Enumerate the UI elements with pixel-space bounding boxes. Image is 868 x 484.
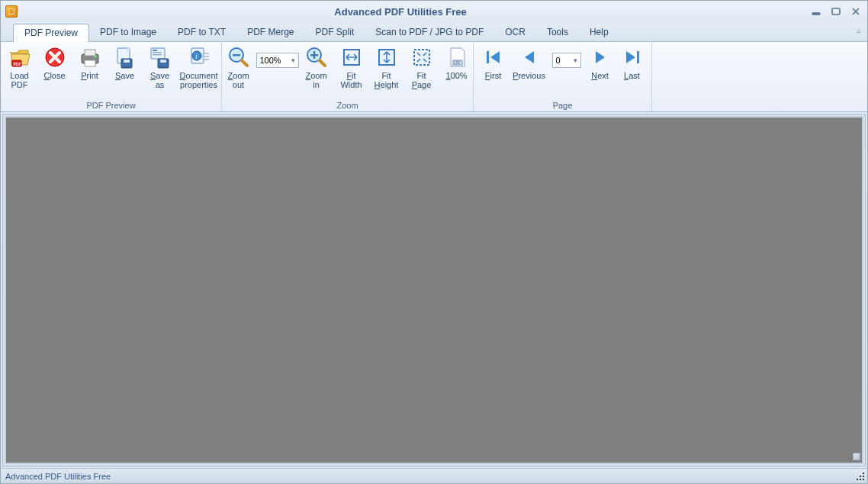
doc-props-label: Document bbox=[179, 71, 217, 80]
fit-height-label1: Fit bbox=[375, 71, 399, 80]
tab-pdf-preview[interactable]: PDF Preview bbox=[13, 24, 89, 42]
tab-pdf-merge[interactable]: PDF Merge bbox=[236, 24, 304, 41]
group-label-zoom: Zoom bbox=[225, 101, 470, 111]
zoom-out-label2: out bbox=[227, 80, 249, 89]
svg-rect-0 bbox=[812, 13, 820, 15]
ribbon-collapse-icon[interactable]: ▵ bbox=[857, 25, 861, 35]
close-button[interactable]: Close bbox=[37, 44, 72, 91]
fit-width-label: Fit bbox=[340, 71, 362, 80]
next-page-button[interactable]: Next bbox=[584, 44, 616, 91]
save-icon bbox=[113, 45, 137, 69]
app-icon bbox=[5, 5, 18, 18]
save-button[interactable]: Save bbox=[108, 44, 143, 91]
tab-help[interactable]: Help bbox=[579, 24, 619, 41]
fit-width-icon bbox=[339, 45, 364, 69]
fit-page-icon bbox=[410, 45, 434, 69]
group-label-page: Page bbox=[477, 101, 648, 111]
scroll-grip-icon bbox=[853, 453, 860, 460]
document-properties-icon: i bbox=[187, 45, 211, 69]
svg-text:PDF: PDF bbox=[13, 62, 21, 66]
svg-rect-11 bbox=[124, 60, 130, 63]
tab-pdf-to-image[interactable]: PDF to Image bbox=[89, 24, 167, 41]
svg-rect-34 bbox=[487, 51, 489, 63]
minimize-button[interactable] bbox=[809, 6, 823, 17]
status-text: Advanced PDF Utilities Free bbox=[5, 472, 111, 481]
load-pdf-label1: Load bbox=[10, 71, 28, 80]
load-pdf-button[interactable]: PDF LoadPDF bbox=[2, 44, 37, 91]
zoom-100-icon: 100 bbox=[445, 45, 469, 69]
previous-page-button[interactable]: Previous bbox=[510, 44, 549, 91]
zoom-out-label: Zoom bbox=[227, 71, 249, 80]
svg-rect-31 bbox=[414, 50, 429, 65]
window-title: Advanced PDF Utilities Free bbox=[0, 6, 809, 18]
document-viewport[interactable] bbox=[5, 116, 863, 464]
page-number-input[interactable]: 0 ▾ bbox=[552, 53, 581, 68]
resize-grip-icon[interactable] bbox=[855, 471, 866, 482]
svg-rect-25 bbox=[233, 54, 240, 56]
chevron-down-icon: ▾ bbox=[574, 56, 577, 64]
maximize-button[interactable] bbox=[829, 6, 843, 17]
zoom-100-button[interactable]: 100 100% bbox=[439, 44, 474, 91]
save-as-icon bbox=[148, 45, 172, 69]
vertical-scrollbar[interactable] bbox=[852, 118, 861, 462]
folder-open-icon: PDF bbox=[8, 45, 32, 69]
save-as-label2: as bbox=[150, 80, 169, 89]
ribbon-group-page: First Previous 0 ▾ bbox=[474, 42, 652, 111]
fit-height-icon bbox=[375, 45, 399, 69]
last-label: Last bbox=[624, 71, 640, 80]
svg-text:i: i bbox=[195, 52, 198, 60]
last-page-button[interactable]: Last bbox=[616, 44, 648, 91]
fit-height-button[interactable]: FitHeight bbox=[369, 44, 404, 91]
tab-tools[interactable]: Tools bbox=[536, 24, 579, 41]
zoom-in-label: Zoom bbox=[305, 71, 326, 80]
svg-rect-13 bbox=[153, 50, 157, 51]
first-label: First bbox=[485, 71, 501, 80]
svg-rect-22 bbox=[202, 56, 209, 57]
first-icon bbox=[481, 45, 506, 69]
svg-rect-28 bbox=[313, 51, 315, 59]
zoom-level-combo[interactable]: 100% ▾ bbox=[256, 53, 299, 68]
fit-page-label1: Fit bbox=[412, 71, 432, 80]
svg-rect-17 bbox=[160, 60, 166, 63]
tab-pdf-split[interactable]: PDF Split bbox=[305, 24, 365, 41]
close-label: Close bbox=[43, 71, 65, 80]
ribbon: PDF LoadPDF Close Print bbox=[1, 42, 867, 112]
print-button[interactable]: Print bbox=[72, 44, 108, 91]
zoom-in-icon bbox=[304, 45, 329, 69]
titlebar: Advanced PDF Utilities Free bbox=[1, 1, 867, 22]
svg-point-39 bbox=[860, 476, 861, 477]
close-window-button[interactable] bbox=[849, 6, 863, 17]
last-icon bbox=[620, 45, 645, 69]
zoom-100-label: 100% bbox=[445, 71, 467, 80]
fit-page-label: Page bbox=[412, 80, 432, 89]
app-window: Advanced PDF Utilities Free ▵ PDF Previe… bbox=[0, 0, 868, 484]
zoom-in-button[interactable]: Zoomin bbox=[299, 44, 334, 91]
doc-props-label2: properties bbox=[179, 80, 217, 89]
printer-icon bbox=[78, 45, 102, 69]
first-page-button[interactable]: First bbox=[477, 44, 510, 91]
tab-scan-to-pdf[interactable]: Scan to PDF / JPG to PDF bbox=[365, 24, 494, 41]
previous-label: Previous bbox=[513, 71, 545, 80]
zoom-out-button[interactable]: Zoomout bbox=[221, 44, 256, 91]
svg-rect-35 bbox=[637, 51, 639, 63]
svg-rect-23 bbox=[202, 59, 209, 60]
tab-pdf-to-txt[interactable]: PDF to TXT bbox=[167, 24, 236, 41]
save-as-button[interactable]: Saveas bbox=[143, 44, 178, 91]
svg-text:100: 100 bbox=[454, 60, 461, 65]
svg-point-40 bbox=[860, 479, 861, 480]
previous-icon bbox=[517, 45, 542, 69]
svg-rect-7 bbox=[85, 60, 95, 66]
tabstrip: PDF Preview PDF to Image PDF to TXT PDF … bbox=[1, 22, 867, 42]
svg-point-38 bbox=[863, 479, 864, 480]
fit-width-button[interactable]: FitWidth bbox=[334, 44, 369, 91]
fit-page-button[interactable]: FitPage bbox=[404, 44, 439, 91]
svg-point-36 bbox=[863, 473, 864, 474]
svg-rect-1 bbox=[832, 8, 840, 15]
tab-ocr[interactable]: OCR bbox=[494, 24, 536, 41]
document-properties-button[interactable]: i Documentproperties bbox=[178, 44, 220, 91]
next-icon bbox=[588, 45, 612, 69]
ribbon-group-pdf-preview: PDF LoadPDF Close Print bbox=[1, 42, 222, 111]
save-as-label: Save bbox=[150, 71, 169, 80]
window-controls bbox=[809, 6, 863, 17]
next-label: Next bbox=[591, 71, 609, 80]
